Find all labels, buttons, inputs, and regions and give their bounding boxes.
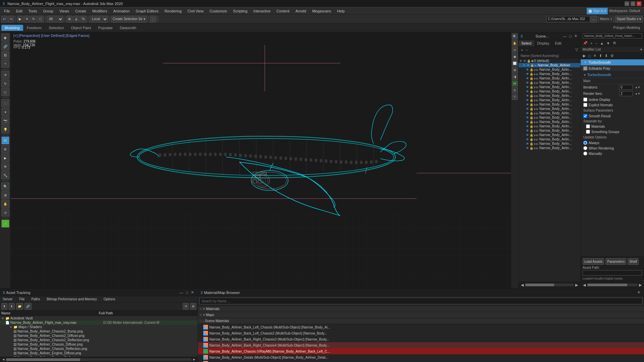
create-selection-btn[interactable]: Create Selection Se ▾ [111, 16, 147, 22]
asset-menu-paths[interactable]: Paths [30, 297, 42, 301]
move-button[interactable]: ✛ [24, 16, 30, 22]
menu-edit[interactable]: Edit [13, 8, 25, 14]
asset-minimize-btn[interactable]: — [178, 290, 184, 295]
scene-sub-17[interactable]: 👁🔒 ▶▶ Narrow_Body_Airlin... [519, 137, 580, 141]
scene-sub-9[interactable]: 👁🔒 ▶▶ Narrow_Body_Airlin... [519, 102, 580, 107]
modifier-editable-poly[interactable]: E Editable Poly [581, 65, 644, 71]
unlink-btn[interactable]: ⛓ [1, 51, 9, 59]
scene-sub-18[interactable]: 👁🔒 ▶▶ Narrow_Body_Airlin... [519, 141, 580, 146]
maps-section[interactable]: + + Maps [198, 312, 644, 318]
scene-close-btn[interactable]: ✕ [573, 34, 578, 39]
asset-maps-group[interactable]: ▼ 📁 Maps / Shaders [0, 325, 198, 329]
maximize-button[interactable]: □ [631, 1, 635, 6]
scene-sub-6[interactable]: 👁🔒 ▶▶ Narrow_Body_Airlin... [519, 89, 580, 94]
scene-sub-13[interactable]: 👁🔒 ▶▶ Narrow_Body_Airlin... [519, 120, 580, 124]
menu-tools[interactable]: Tools [26, 8, 40, 14]
snap-angle[interactable]: ∡ [73, 16, 79, 22]
mod-scroll-right[interactable]: ▶ [638, 283, 643, 288]
utility-lt-btn[interactable]: 🔧 [1, 171, 9, 179]
menu-arnold[interactable]: Arnold [293, 8, 309, 14]
menu-views[interactable]: Views [57, 8, 72, 14]
mat-item-1[interactable]: Narrow_Body_Airliner_Back_Left_Chassis (… [198, 324, 644, 330]
mat-item-4[interactable]: Narrow_Body_Airliner_Back_Right_Chassis4… [198, 342, 644, 348]
scene-sub-3[interactable]: 👁🔒 ▶▶ Narrow_Body_Airlin... [519, 76, 580, 80]
scene-sub-7[interactable]: 👁🔒 ▶▶ Narrow_Body_Airlin... [519, 94, 580, 98]
orbit-lt-btn[interactable]: ⊙ [1, 208, 9, 217]
scene-sub-2[interactable]: 👁🔒 ▶▶ Narrow_Body_Airlin... [519, 72, 580, 76]
mod-move-up-btn[interactable]: ▲ [599, 41, 605, 46]
scene-delete-btn[interactable]: − [525, 47, 529, 52]
scene-materials-section[interactable]: − - Scene Materials [198, 318, 644, 324]
scene-tab-display[interactable]: Display [535, 40, 552, 46]
scene-item-default[interactable]: ▼ 👁 🔒 ■ 0 (default) [519, 59, 580, 63]
mod-add-btn[interactable]: + [589, 41, 593, 46]
asset-hscroll-left[interactable]: ◀ [1, 358, 5, 361]
menu-animation[interactable]: Animation [111, 8, 132, 14]
reference-coord[interactable]: Local [90, 16, 108, 22]
explicit-normals-checkbox[interactable] [583, 103, 587, 107]
mod-pin-btn[interactable]: 📌 [582, 41, 589, 46]
render-iters-spin[interactable]: ▲▼ [634, 92, 641, 96]
rotate-lt-btn[interactable]: ↻ [1, 79, 9, 87]
scene-sub-5[interactable]: 👁🔒 ▶▶ Narrow_Body_Airlin... [519, 85, 580, 89]
asset-file-5[interactable]: 🖼 Narrow_Body_Airliner_Chassis_Reflectio… [0, 347, 198, 351]
modifier-turbosmooth[interactable]: T TurboSmooth [581, 59, 644, 65]
mat-item-2[interactable]: Narrow_Body_Airliner_Back_Left_Chassis2 … [198, 330, 644, 336]
tab-object-paint[interactable]: Object Paint [68, 25, 95, 31]
mod-btn5[interactable]: ⬇ [604, 53, 609, 58]
asset-file-3[interactable]: 🖼 Narrow_Body_Airliner_Chassis2_Reflecti… [0, 338, 198, 342]
asset-list[interactable]: ▼ 📁 Autodesk Vault 📄 Narrow_Body_Airline… [0, 316, 198, 357]
scene-maximize-btn[interactable]: □ [568, 34, 573, 39]
menu-customize[interactable]: Customize [207, 8, 230, 14]
vp-stats-btn[interactable]: S [512, 87, 518, 93]
mat-item-7[interactable]: Narrow_Body_Airliner_Devices (Multi/Sub-… [198, 360, 644, 362]
isoline-checkbox[interactable] [583, 98, 587, 102]
mod-btn2[interactable]: □ [587, 53, 592, 58]
scene-scroll-left[interactable]: ◀ [520, 283, 525, 288]
menu-content[interactable]: Content [274, 8, 292, 14]
scene-sub-19[interactable]: 👁🔒 ▶▶ Narrow_Body_Airlin... [519, 146, 580, 150]
vp-wireframe-btn[interactable]: W [512, 80, 518, 86]
asset-menu-server[interactable]: Server [1, 297, 14, 301]
scene-minimize-btn[interactable]: — [562, 34, 568, 39]
create-lt-btn[interactable]: ⬛ [1, 99, 9, 107]
load-assets-btn[interactable]: Load Assets [583, 258, 604, 265]
mod-scroll-left[interactable]: ◀ [582, 283, 587, 288]
vp-pan-btn[interactable]: ✋ [512, 40, 518, 46]
scene-tab-edit[interactable]: Edit [552, 40, 565, 46]
material-close-btn[interactable]: ✕ [636, 290, 641, 295]
asset-tb-btn4[interactable]: 🔗 [24, 303, 32, 310]
asset-file-4[interactable]: 🖼 Narrow_Body_Airliner_Chassis_Diffuse.p… [0, 342, 198, 347]
tab-datasmith[interactable]: Datasmith [116, 25, 140, 31]
asset-main-file[interactable]: 📄 Narrow_Body_Airliner_Flight_max_vray.m… [0, 320, 198, 325]
asset-tb-btn1[interactable]: ⬆ [1, 303, 7, 310]
asset-refresh-btn[interactable]: ↺ [183, 303, 189, 310]
modify-lt-btn[interactable]: M [1, 136, 9, 144]
mod-move-down-btn[interactable]: ▼ [605, 41, 611, 46]
scale-button[interactable]: ⬡ [37, 16, 44, 22]
iterations-spin[interactable]: ▲▼ [634, 85, 641, 89]
viewport-3d[interactable]: [+] [Perspective] [User Defined] [Edged … [11, 32, 518, 288]
snap-toggle[interactable]: ⊞ [66, 16, 72, 22]
minimize-button[interactable]: — [625, 1, 629, 6]
vp-fov-btn[interactable]: ◉ [512, 54, 518, 60]
menu-help[interactable]: Help [334, 8, 347, 14]
select-obj-btn[interactable]: ◉ [1, 34, 9, 42]
menu-scripting[interactable]: Scripting [230, 8, 250, 14]
scene-item-narrow-body[interactable]: ▼ 👁 🔒 ▶ Narrow_Body_Airliner [519, 63, 580, 67]
bind-btn[interactable]: ⌗ [1, 60, 9, 68]
menu-create[interactable]: Create [72, 8, 89, 14]
hierarchy-lt-btn[interactable]: ⚙ [1, 145, 9, 153]
asset-menu-file[interactable]: File [18, 297, 26, 301]
mod-configure-btn[interactable]: ⚙ [612, 41, 617, 46]
menu-file[interactable]: File [1, 8, 13, 14]
smoothing-groups-checkbox[interactable] [586, 130, 590, 134]
scene-sub-1[interactable]: 👁🔒 ▶▶ Narrow_Body_Airlin... [519, 67, 580, 72]
isolate-lt-btn[interactable]: ✓ [1, 220, 9, 228]
asset-tb-btn3[interactable]: 📁 [16, 303, 23, 310]
asset-hscroll-right[interactable]: ▶ [192, 358, 196, 361]
materials-section[interactable]: + + Materials [198, 306, 644, 312]
scene-sub-11[interactable]: 👁🔒 ▶▶ Narrow_Body_Airlin... [519, 111, 580, 115]
select-filter[interactable]: All [47, 16, 63, 22]
menu-megascans[interactable]: Megascans [310, 8, 334, 14]
